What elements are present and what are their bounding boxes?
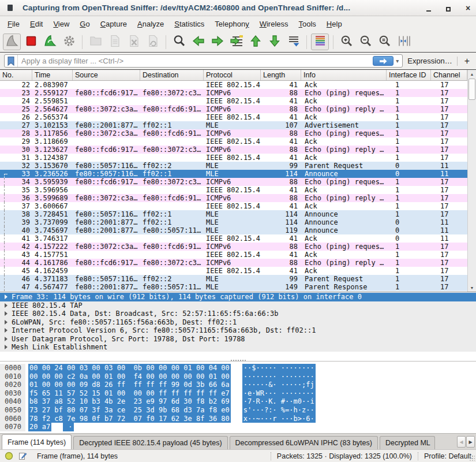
capture-options-button[interactable] (60, 33, 78, 50)
colorize-button[interactable] (311, 33, 329, 50)
packet-row[interactable]: 413.746317IEEE 802.15.441Ack011 (0, 234, 467, 243)
byte-view-tab[interactable]: Decrypted ML (380, 436, 435, 449)
scroll-thumb[interactable] (468, 79, 475, 100)
hex-row[interactable]: 0030f5 65 11 57 52 15 01 00 00 00 ff ff … (0, 389, 476, 398)
hex-bytes[interactable]: f5 65 11 57 52 15 01 00 00 00 ff ff ff f… (28, 389, 231, 398)
menu-edit[interactable]: Edit (25, 17, 48, 31)
detail-row[interactable]: 6LoWPAN, Src: fe80::5057:1165:f56a:663b,… (0, 318, 476, 327)
packet-row[interactable]: 293.118669IEEE 802.15.441Ack117 (0, 137, 467, 146)
go-to-packet-button[interactable] (227, 33, 245, 50)
hex-ascii[interactable]: ········ ········ (242, 372, 316, 381)
hex-row[interactable]: 000000 00 24 00 03 00 03 00 0b 00 00 00 … (0, 364, 476, 372)
packet-row[interactable]: 252.564627fe80::3072:c3a…fe80::fcd6:91…I… (0, 105, 467, 113)
menu-telephony[interactable]: Telephony (209, 17, 254, 31)
hex-row[interactable]: 006078 f2 c8 7e 98 0f b7 72 07 f0 17 62 … (0, 415, 476, 423)
hex-bytes[interactable]: 00 00 00 c2 0a 00 01 00 f4 00 00 00 00 0… (28, 372, 231, 381)
packet-row[interactable]: 222.083907IEEE 802.15.441Ack117 (0, 81, 467, 89)
tab-scroll-left-button[interactable]: ◀ (457, 436, 466, 448)
column-header-ch[interactable]: Channel (431, 70, 467, 80)
column-header-src[interactable]: Source (73, 70, 140, 80)
menu-wireless[interactable]: Wireless (254, 17, 294, 31)
detail-row[interactable]: IEEE 802.15.4 TAP (0, 301, 476, 310)
zoom-in-button[interactable] (338, 33, 355, 50)
hex-bytes[interactable]: 73 27 bf 80 07 3f 3a ce 25 3d 9b 68 d3 7… (28, 406, 231, 415)
menu-go[interactable]: Go (74, 17, 95, 31)
menu-capture[interactable]: Capture (95, 17, 132, 31)
byte-view-tab[interactable]: Decompressed 6LoWPAN IPHC (83 bytes) (230, 436, 378, 449)
packet-row[interactable]: 323.153670fe80::5057:116…ff02::2MLE99Par… (0, 162, 467, 170)
menu-view[interactable]: View (48, 17, 74, 31)
column-header-time[interactable]: Time (32, 70, 73, 80)
capture-start-button[interactable] (3, 33, 21, 50)
go-first-button[interactable] (246, 33, 264, 50)
hex-ascii[interactable]: ·e·WR··· ········ (242, 389, 316, 398)
packet-row[interactable]: 383.728451fe80::5057:116…ff02::1MLE114An… (0, 210, 467, 218)
packet-list-scrollbar[interactable]: ▲ ▼ (467, 70, 476, 292)
packet-row[interactable]: 343.595939fe80::fcd6:917…fe80::3072:c3…I… (0, 178, 467, 186)
hex-bytes[interactable]: 00 00 24 00 03 00 03 00 0b 00 00 00 01 0… (28, 364, 231, 372)
packet-row[interactable]: 424.157222fe80::3072:c3a…fe80::fcd6:91…I… (0, 243, 467, 251)
menu-file[interactable]: File (2, 17, 25, 31)
capture-comment-icon[interactable] (18, 452, 27, 460)
expand-arrow-icon[interactable] (5, 337, 8, 341)
hex-ascii[interactable]: s'···?:· %=·h·z·· (242, 406, 316, 415)
hex-ascii[interactable]: ······&· ·····;fj (242, 381, 316, 389)
packet-row[interactable]: 444.161786fe80::fcd6:917…fe80::3072:c3…I… (0, 259, 467, 267)
packet-row[interactable]: 454.162459IEEE 802.15.441Ack117 (0, 267, 467, 275)
hex-row[interactable]: 002001 00 00 00 09 d8 26 ff ff ff ff 99 … (0, 381, 476, 389)
capture-restart-button[interactable] (41, 33, 59, 50)
zoom-out-button[interactable] (357, 33, 374, 50)
expand-arrow-icon[interactable] (5, 303, 8, 308)
byte-view-tab[interactable]: Decrypted IEEE 802.15.4 payload (45 byte… (73, 436, 227, 449)
hex-ascii[interactable]: ··$····· ········ (242, 364, 316, 372)
expert-info-icon[interactable] (5, 452, 13, 460)
tab-scroll-right-button[interactable]: ▶ (466, 436, 475, 448)
hex-bytes[interactable]: b8 37 a8 52 10 b3 4b 2e 23 e9 97 6d 30 f… (28, 397, 231, 406)
hex-bytes[interactable]: 01 00 00 00 09 d8 26 ff ff ff ff 99 0d 3… (28, 381, 231, 389)
detail-row[interactable]: IEEE 802.15.4 Data, Dst: Broadcast, Src:… (0, 310, 476, 318)
packet-row[interactable]: 393.737099fe80::2001:877…ff02::1MLE114An… (0, 218, 467, 226)
menu-statistics[interactable]: Statistics (169, 17, 209, 31)
zoom-reset-button[interactable] (376, 33, 393, 50)
auto-scroll-button[interactable] (284, 33, 302, 50)
column-header-iface[interactable]: Interface ID (387, 70, 431, 80)
column-header-info[interactable]: Info (301, 70, 387, 80)
expand-arrow-icon[interactable] (5, 328, 8, 333)
splitter-handle[interactable] (231, 360, 246, 361)
expand-arrow-icon[interactable] (5, 320, 8, 325)
display-filter-field[interactable]: ▾ (4, 54, 403, 68)
hex-ascii[interactable]: · (63, 423, 73, 431)
hex-row[interactable]: 0040b8 37 a8 52 10 b3 4b 2e 23 e9 97 6d … (0, 397, 476, 406)
packet-row[interactable]: 313.124387IEEE 802.15.441Ack117 (0, 154, 467, 162)
hex-ascii[interactable]: ·7·R··K. #··m0··i (242, 397, 316, 406)
packet-row[interactable]: 283.117856fe80::3072:c3a…fe80::fcd6:91…I… (0, 129, 467, 137)
packet-row[interactable]: 403.745697fe80::2001:877…fe80::5057:11…M… (0, 226, 467, 234)
close-button[interactable]: × (464, 5, 471, 12)
detail-row[interactable]: Internet Protocol Version 6, Src: fe80::… (0, 326, 476, 335)
hex-row[interactable]: 007020 a7 · (0, 423, 476, 431)
expand-arrow-icon[interactable] (5, 311, 8, 316)
filter-dropdown-icon[interactable]: ▾ (396, 58, 399, 64)
filter-input[interactable] (18, 57, 373, 65)
menu-tools[interactable]: Tools (294, 17, 321, 31)
packet-row[interactable]: 353.596956IEEE 802.15.441Ack117 (0, 186, 467, 194)
add-filter-button[interactable]: + (462, 56, 472, 66)
maximize-button[interactable] (445, 5, 452, 12)
resize-columns-button[interactable] (395, 33, 413, 50)
bookmark-icon[interactable] (5, 55, 18, 67)
go-back-button[interactable] (189, 33, 207, 50)
packet-row[interactable]: 232.559127fe80::fcd6:917…fe80::3072:c3…I… (0, 89, 467, 97)
byte-view-tab[interactable]: Frame (114 bytes) (2, 434, 72, 449)
packet-row[interactable]: 373.600667IEEE 802.15.441Ack117 (0, 202, 467, 210)
resize-grip[interactable] (469, 455, 475, 461)
hex-bytes[interactable]: 20 a7 (28, 423, 51, 431)
column-header-dst[interactable]: Destination (140, 70, 204, 80)
minimize-button[interactable] (425, 5, 432, 12)
hex-ascii[interactable]: x··~···r ···b>·6· (242, 415, 316, 423)
hex-row[interactable]: 001000 00 00 c2 0a 00 01 00 f4 00 00 00 … (0, 372, 476, 381)
packet-row[interactable]: 262.565374IEEE 802.15.441Ack117 (0, 113, 467, 121)
scroll-down-icon[interactable]: ▼ (468, 284, 476, 292)
find-packet-button[interactable] (170, 33, 188, 50)
detail-row[interactable]: Mesh Link Establishment (0, 343, 476, 352)
column-header-no[interactable]: No. (0, 70, 32, 80)
